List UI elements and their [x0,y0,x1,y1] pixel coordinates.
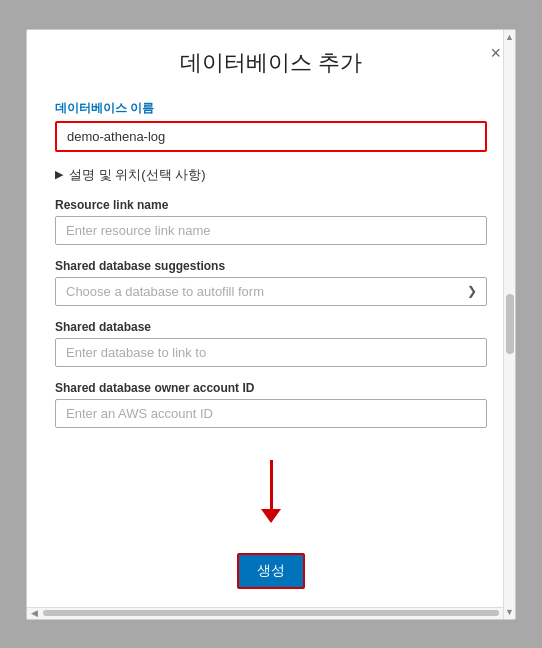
scroll-down-arrow[interactable]: ▼ [504,605,515,619]
resource-link-name-input[interactable] [55,216,487,245]
db-name-label: 데이터베이스 이름 [55,100,487,117]
shared-db-label: Shared database [55,320,487,334]
horizontal-scrollbar[interactable]: ◀ ▶ [27,607,515,619]
collapsible-label: 설명 및 위치(선택 사항) [69,166,206,184]
shared-db-owner-input[interactable] [55,399,487,428]
shared-db-input[interactable] [55,338,487,367]
shared-db-suggestions-label: Shared database suggestions [55,259,487,273]
shared-db-owner-field-group: Shared database owner account ID [55,381,487,428]
scroll-up-arrow[interactable]: ▲ [504,30,515,44]
scroll-left-arrow[interactable]: ◀ [27,608,41,619]
resource-link-name-field-group: Resource link name [55,198,487,245]
action-bar: 생성 [27,549,515,607]
modal-title: 데이터베이스 추가 [47,48,495,78]
modal-header: 데이터베이스 추가 [27,30,515,90]
shared-db-suggestions-select-wrapper: Choose a database to autofill form ❯ [55,277,487,306]
arrow-indicator [55,442,487,533]
vertical-scrollbar[interactable]: ▲ ▼ [503,30,515,619]
resource-link-name-label: Resource link name [55,198,487,212]
modal-body: 데이터베이스 이름 ▶ 설명 및 위치(선택 사항) Resource link… [27,90,515,549]
db-name-input[interactable] [55,121,487,152]
shared-db-owner-label: Shared database owner account ID [55,381,487,395]
chevron-right-icon: ▶ [55,168,63,181]
collapsible-section[interactable]: ▶ 설명 및 위치(선택 사항) [55,166,487,184]
shared-db-field-group: Shared database [55,320,487,367]
modal-dialog: × 데이터베이스 추가 데이터베이스 이름 ▶ 설명 및 위치(선택 사항) R… [26,29,516,620]
shared-db-suggestions-field-group: Shared database suggestions Choose a dat… [55,259,487,306]
modal-backdrop: × 데이터베이스 추가 데이터베이스 이름 ▶ 설명 및 위치(선택 사항) R… [0,0,542,648]
shared-db-suggestions-select[interactable]: Choose a database to autofill form [55,277,487,306]
v-scrollbar-thumb[interactable] [506,294,514,354]
db-name-field-group: 데이터베이스 이름 [55,100,487,152]
create-button[interactable]: 생성 [237,553,305,589]
arrow-line [270,460,273,510]
h-scrollbar-thumb[interactable] [43,610,499,616]
arrow-head [261,509,281,523]
